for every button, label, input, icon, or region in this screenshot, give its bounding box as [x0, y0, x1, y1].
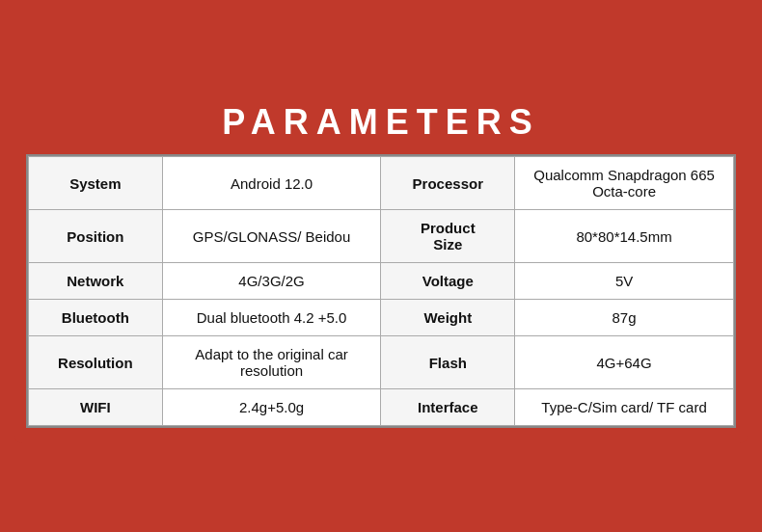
- table-row: Network4G/3G/2GVoltage5V: [29, 263, 734, 300]
- params-table-wrapper: SystemAndroid 12.0ProcessorQualcomm Snap…: [26, 154, 736, 428]
- right-label-2: Voltage: [381, 263, 515, 300]
- table-row: SystemAndroid 12.0ProcessorQualcomm Snap…: [29, 157, 734, 210]
- left-value-1: GPS/GLONASS/ Beidou: [162, 210, 381, 263]
- title-bar: Parameters: [14, 89, 748, 154]
- right-value-5: Type-C/Sim card/ TF card: [515, 389, 734, 426]
- right-value-4: 4G+64G: [515, 336, 734, 389]
- table-row: PositionGPS/GLONASS/ BeidouProductSize80…: [29, 210, 734, 263]
- left-label-1: Position: [29, 210, 163, 263]
- right-value-1: 80*80*14.5mm: [515, 210, 734, 263]
- params-table: SystemAndroid 12.0ProcessorQualcomm Snap…: [28, 156, 734, 426]
- table-row: WIFI2.4g+5.0gInterfaceType-C/Sim card/ T…: [29, 389, 734, 426]
- right-label-0: Processor: [381, 157, 515, 210]
- left-label-4: Resolution: [29, 336, 163, 389]
- page-title: Parameters: [14, 102, 748, 143]
- right-value-3: 87g: [515, 300, 734, 336]
- right-value-2: 5V: [515, 263, 734, 300]
- parameters-card: Parameters SystemAndroid 12.0ProcessorQu…: [14, 89, 748, 443]
- right-label-3: Weight: [381, 300, 515, 336]
- left-label-0: System: [29, 157, 163, 210]
- left-value-0: Android 12.0: [162, 157, 381, 210]
- left-value-3: Dual bluetooth 4.2 +5.0: [162, 300, 381, 336]
- left-label-3: Bluetooth: [29, 300, 163, 336]
- left-value-4: Adapt to the original car resolution: [162, 336, 381, 389]
- right-label-1: ProductSize: [381, 210, 515, 263]
- left-value-5: 2.4g+5.0g: [162, 389, 381, 426]
- table-row: BluetoothDual bluetooth 4.2 +5.0Weight87…: [29, 300, 734, 336]
- right-label-4: Flash: [381, 336, 515, 389]
- table-row: ResolutionAdapt to the original car reso…: [29, 336, 734, 389]
- left-value-2: 4G/3G/2G: [162, 263, 381, 300]
- right-value-0: Qualcomm Snapdragon 665 Octa-core: [515, 157, 734, 210]
- right-label-5: Interface: [381, 389, 515, 426]
- left-label-2: Network: [29, 263, 163, 300]
- left-label-5: WIFI: [29, 389, 163, 426]
